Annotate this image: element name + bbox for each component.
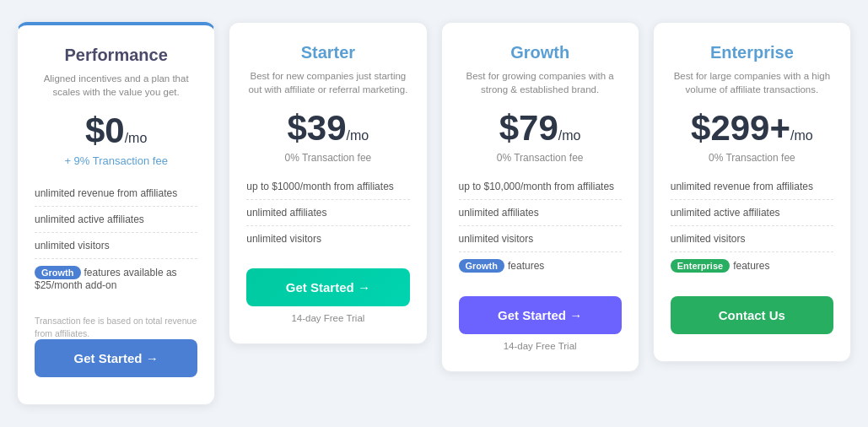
features-list-starter: up to $1000/month from affiliatesunlimit… [246, 174, 409, 251]
pricing-card-enterprise: EnterpriseBest for large companies with … [653, 22, 851, 362]
transaction-fee-starter: 0% Transaction fee [246, 152, 409, 164]
features-list-growth: up to $10,000/month from affiliatesunlim… [459, 174, 622, 279]
transaction-fee-performance: + 9% Transaction fee [35, 154, 197, 167]
price-area-performance: $0/mo [35, 111, 197, 151]
feature-item: unlimited active affiliates [671, 200, 833, 226]
badge-feature-item: Enterprisefeatures [671, 252, 833, 279]
trial-text-starter: 14-day Free Trial [246, 313, 409, 323]
plan-note-performance: Transaction fee is based on total revenu… [35, 315, 197, 339]
cta-button-starter[interactable]: Get Started → [246, 268, 409, 306]
feature-item: unlimited affiliates [459, 200, 622, 226]
price-suffix-growth: /mo [558, 128, 581, 143]
price-area-starter: $39/mo [246, 108, 409, 149]
price-big-enterprise: $299+ [691, 108, 790, 148]
plan-subtitle-enterprise: Best for large companies with a high vol… [671, 69, 833, 96]
plan-title-growth: Growth [459, 43, 622, 62]
pricing-card-starter: StarterBest for new companies just start… [229, 22, 427, 344]
plan-badge-growth: Growth [459, 259, 505, 273]
plan-subtitle-growth: Best for growing companies with a strong… [459, 69, 622, 96]
price-area-enterprise: $299+/mo [671, 108, 833, 149]
feature-item: unlimited visitors [671, 226, 833, 252]
pricing-card-growth: GrowthBest for growing companies with a … [441, 22, 639, 372]
badge-feature-item: Growthfeatures available as $25/month ad… [35, 259, 197, 298]
trial-text-growth: 14-day Free Trial [459, 341, 622, 351]
transaction-fee-growth: 0% Transaction fee [459, 152, 622, 164]
plan-badge-performance: Growth [35, 266, 81, 279]
feature-item: unlimited visitors [246, 226, 409, 251]
feature-item: unlimited revenue from affiliates [671, 174, 833, 200]
features-list-performance: unlimited revenue from affiliatesunlimit… [35, 181, 197, 298]
transaction-fee-enterprise: 0% Transaction fee [671, 152, 833, 164]
feature-item: unlimited revenue from affiliates [35, 181, 197, 207]
cta-button-enterprise[interactable]: Contact Us [671, 296, 833, 334]
feature-item: unlimited active affiliates [35, 207, 197, 233]
price-big-performance: $0 [85, 111, 125, 150]
plan-title-performance: Performance [35, 46, 197, 65]
pricing-container: PerformanceAligned incentives and a plan… [17, 22, 851, 406]
feature-item: unlimited visitors [35, 233, 197, 259]
price-suffix-enterprise: /mo [790, 128, 813, 143]
price-big-starter: $39 [288, 108, 347, 148]
pricing-card-performance: PerformanceAligned incentives and a plan… [17, 22, 215, 406]
price-big-growth: $79 [499, 108, 558, 148]
plan-title-starter: Starter [246, 43, 409, 62]
badge-feature-item: Growthfeatures [459, 252, 622, 279]
feature-item: up to $1000/month from affiliates [246, 174, 409, 200]
feature-item: unlimited visitors [459, 226, 622, 252]
price-area-growth: $79/mo [459, 108, 622, 149]
plan-subtitle-performance: Aligned incentives and a plan that scale… [35, 72, 197, 99]
cta-button-performance[interactable]: Get Started → [35, 339, 197, 377]
plan-badge-enterprise: Enterprise [671, 259, 730, 273]
cta-button-growth[interactable]: Get Started → [459, 296, 622, 334]
features-list-enterprise: unlimited revenue from affiliatesunlimit… [671, 174, 833, 279]
price-suffix-starter: /mo [347, 128, 369, 143]
feature-item: up to $10,000/month from affiliates [459, 174, 622, 200]
price-suffix-performance: /mo [125, 131, 148, 145]
plan-subtitle-starter: Best for new companies just starting out… [246, 69, 409, 96]
plan-title-enterprise: Enterprise [671, 43, 833, 62]
feature-item: unlimited affiliates [246, 200, 409, 226]
